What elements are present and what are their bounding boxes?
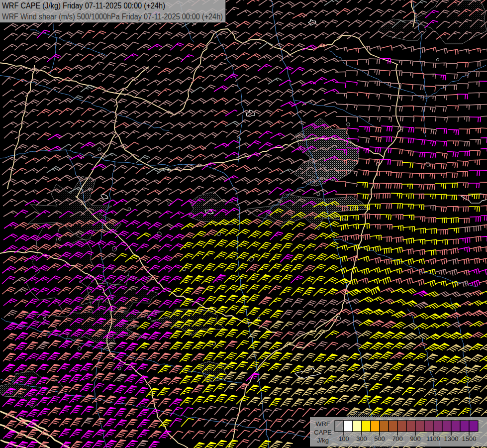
svg-text:1100: 1100 [426, 435, 440, 443]
svg-text:900: 900 [410, 435, 421, 443]
svg-text:J/kg: J/kg [317, 437, 329, 444]
svg-text:300: 300 [356, 435, 367, 443]
svg-text:WRF: WRF [315, 420, 330, 428]
svg-text:WRF Wind shear (m/s) 500/1000h: WRF Wind shear (m/s) 500/1000hPa Friday … [2, 12, 223, 21]
svg-text:1300: 1300 [444, 435, 459, 443]
svg-text:500: 500 [374, 435, 385, 443]
svg-text:100: 100 [338, 435, 349, 443]
svg-text:1500: 1500 [462, 435, 477, 443]
svg-text:CAPE: CAPE [314, 429, 332, 436]
svg-text:WRF CAPE (J/kg) Friday 07-11-2: WRF CAPE (J/kg) Friday 07-11-2025 00:00 … [2, 1, 165, 10]
svg-text:700: 700 [392, 435, 403, 443]
